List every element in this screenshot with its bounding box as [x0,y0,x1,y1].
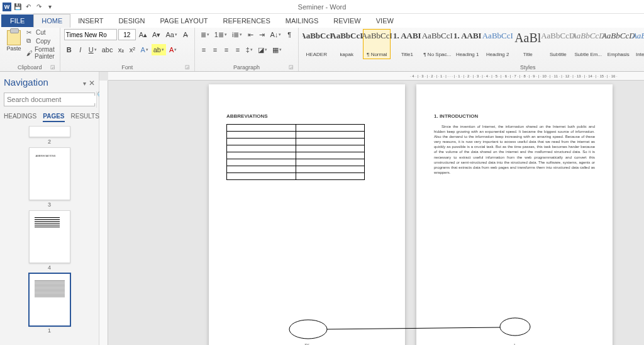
style-heading-1[interactable]: 1. AABIHeading 1 [453,29,481,59]
page-left[interactable]: ABBREVIATIONS IV [209,84,405,345]
style---no-spac---[interactable]: AaBbCcI¶ No Spac... [423,29,451,59]
nav-tab-pages[interactable]: PAGES [43,111,64,122]
undo-icon[interactable]: ↶ [24,3,33,11]
bold-button[interactable]: B [64,44,74,55]
group-clipboard: Paste ✂Cut ⧉Copy 🖌Format Painter Clipboa… [0,28,60,71]
font-color-button[interactable]: A [167,44,179,55]
abbrev-table[interactable] [226,124,365,180]
grow-font-button[interactable]: A▴ [137,29,149,40]
thumb-item[interactable]: 1 [29,273,70,334]
intro-body: Since the invention of Internet, the inf… [434,124,595,175]
font-size-input[interactable] [118,29,136,40]
align-center-button[interactable]: ≡ [210,44,220,55]
style-kapak[interactable]: AaBbCcIkapak [333,29,360,59]
thumb-item[interactable]: 2 [29,126,70,145]
clipboard-launcher-icon[interactable]: ◲ [50,64,56,71]
numbering-button[interactable]: 1≣ [213,29,229,40]
sort-button[interactable]: A↓ [268,29,283,40]
search-box[interactable]: 🔍▾ [4,93,95,106]
line-spacing-button[interactable]: ‡ [244,44,255,55]
ribbon-tabs: FILE HOME INSERT DESIGN PAGE LAYOUT REFE… [0,14,644,28]
superscript-button[interactable]: x² [127,44,137,55]
justify-button[interactable]: ≡ [233,44,243,55]
group-font: A▴ A▾ Aa A̶ B I U abc x₂ x² A ab A Font◲ [60,28,195,71]
navigation-title: Navigation [4,77,48,88]
cut-button[interactable]: ✂Cut [26,29,56,36]
align-right-button[interactable]: ≡ [221,44,231,55]
style-subtitle[interactable]: AaBbCcDSubtitle [544,29,572,59]
window-title: Seminer - Word [298,3,347,11]
text-effects-button[interactable]: A [138,44,150,55]
indent-button[interactable]: ⇥ [257,29,267,40]
paragraph-launcher-icon[interactable]: ◲ [288,64,294,71]
save-icon[interactable]: 💾 [13,3,22,11]
qat-more-icon[interactable]: ▾ [45,3,54,11]
intro-heading: 1. INTRODUCTION [434,113,595,119]
font-name-input[interactable] [64,29,117,40]
group-label-styles: Styles◲ [303,64,644,71]
style-subtle-em---[interactable]: AaBbCcDSubtle Em... [574,29,602,59]
shrink-font-button[interactable]: A▾ [150,29,162,40]
page-right[interactable]: 1. INTRODUCTION Since the invention of I… [416,84,613,345]
group-paragraph: ≣ 1≣ i≣ ⇤ ⇥ A↓ ¶ ≡ ≡ ≡ ≡ ‡ ◪ ▦ Paragraph… [195,28,299,71]
highlight-button[interactable]: ab [152,44,166,55]
subscript-button[interactable]: x₂ [116,44,126,55]
underline-button[interactable]: U [87,44,99,55]
nav-tab-headings[interactable]: HEADINGS [4,111,36,122]
style---normal[interactable]: AaBbCcI¶ Normal [363,29,391,59]
italic-button[interactable]: I [75,44,86,55]
cut-icon: ✂ [26,29,34,36]
tab-references[interactable]: REFERENCES [216,14,278,27]
nav-close-icon[interactable]: ✕ [89,79,95,88]
pilcrow-button[interactable]: ¶ [284,29,294,40]
tab-file[interactable]: FILE [1,14,33,27]
brush-icon: 🖌 [26,50,33,57]
strike-button[interactable]: abc [100,44,115,55]
style-emphasis[interactable]: AaBbCcDEmphasis [604,29,632,59]
outdent-button[interactable]: ⇤ [245,29,255,40]
multilevel-button[interactable]: i≣ [230,29,244,40]
style-header[interactable]: AaBbCcIHEADER [303,29,330,59]
style-intense-e---[interactable]: AaBbCcDIntense E... [635,29,644,59]
page-thumbnails: 2 ABBREVIATIONS3 4 1 [4,126,95,345]
tab-design[interactable]: DESIGN [111,14,152,27]
font-launcher-icon[interactable]: ◲ [184,64,191,71]
nav-tab-results[interactable]: RESULTS [71,111,99,122]
align-left-button[interactable]: ≡ [199,44,209,55]
paste-button[interactable]: Paste [4,29,24,53]
bullets-button[interactable]: ≣ [199,29,211,40]
redo-icon[interactable]: ↷ [35,3,43,11]
copy-button[interactable]: ⧉Copy [26,37,56,45]
clear-format-button[interactable]: A̶ [180,29,191,40]
format-painter-button[interactable]: 🖌Format Painter [26,46,56,60]
paste-icon [7,30,21,45]
nav-menu-icon[interactable]: ▾ [83,80,89,87]
borders-button[interactable]: ▦ [270,44,284,55]
thumb-item[interactable]: ABBREVIATIONS3 [29,147,70,208]
tab-insert[interactable]: INSERT [70,14,111,27]
paste-label: Paste [6,45,21,52]
style-title1[interactable]: 1. AABITitle1 [393,29,421,59]
word-icon: W [3,3,11,11]
copy-icon: ⧉ [26,37,34,45]
search-input[interactable] [4,96,96,103]
style-heading-2[interactable]: AaBbCcIHeading 2 [484,29,511,59]
horizontal-ruler: · 4 · | · 3 · | · 2 · | · 1 · | · · · | … [108,72,644,81]
tab-home[interactable]: HOME [33,14,70,28]
tab-review[interactable]: REVIEW [326,14,368,27]
document-canvas: · 4 · | · 3 · | · 2 · | · 1 · | · · · | … [99,72,644,345]
page-footer-right: 1 [416,342,613,345]
tab-page-layout[interactable]: PAGE LAYOUT [153,14,216,27]
abbrev-heading: ABBREVIATIONS [226,113,387,119]
change-case-button[interactable]: Aa [164,29,179,40]
vertical-ruler [99,81,108,345]
shading-button[interactable]: ◪ [256,44,269,55]
ribbon: Paste ✂Cut ⧉Copy 🖌Format Painter Clipboa… [0,28,644,72]
navigation-pane: Navigation ▾✕ 🔍▾ HEADINGS PAGES RESULTS … [0,72,99,345]
workspace: Navigation ▾✕ 🔍▾ HEADINGS PAGES RESULTS … [0,72,644,345]
tab-view[interactable]: VIEW [369,14,401,27]
tab-mailings[interactable]: MAILINGS [278,14,326,27]
group-label-clipboard: Clipboard◲ [4,64,56,71]
style-title[interactable]: AaBlTitle [514,29,541,59]
thumb-item[interactable]: 4 [29,210,70,271]
